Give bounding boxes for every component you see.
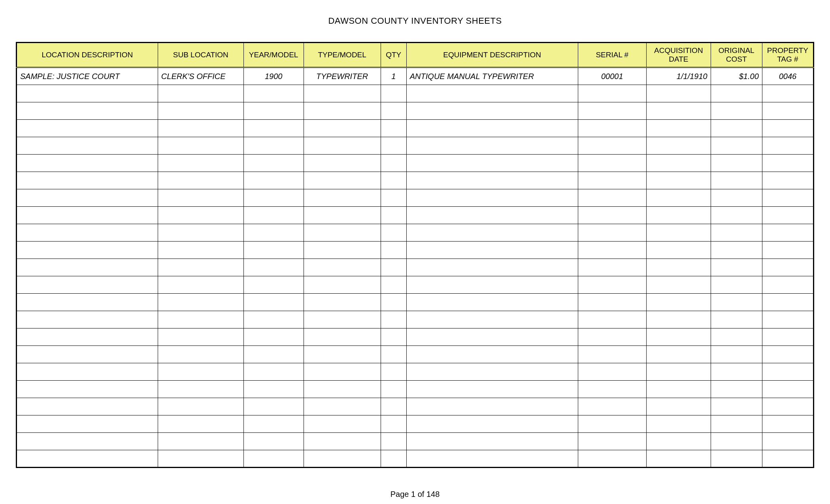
empty-cell <box>17 224 158 242</box>
empty-cell <box>406 311 578 328</box>
empty-cell <box>647 398 711 415</box>
empty-cell <box>406 381 578 398</box>
empty-cell <box>762 102 813 120</box>
empty-cell <box>243 433 304 450</box>
empty-cell <box>158 242 243 259</box>
empty-cell <box>711 363 762 381</box>
cell-equipdesc: ANTIQUE MANUAL TYPEWRITER <box>406 68 578 85</box>
empty-cell <box>304 137 381 155</box>
table-header: LOCATION DESCRIPTION SUB LOCATION YEAR/M… <box>17 43 814 68</box>
empty-cell <box>711 120 762 137</box>
empty-cell <box>158 415 243 433</box>
empty-cell <box>304 85 381 102</box>
empty-cell <box>243 276 304 294</box>
empty-cell <box>406 155 578 172</box>
table-row <box>17 85 814 102</box>
empty-cell <box>381 155 406 172</box>
empty-cell <box>243 346 304 363</box>
empty-cell <box>711 224 762 242</box>
table-row <box>17 363 814 381</box>
empty-cell <box>762 346 813 363</box>
table-row: SAMPLE: JUSTICE COURTCLERK'S OFFICE1900T… <box>17 68 814 85</box>
empty-cell <box>406 328 578 346</box>
empty-cell <box>158 381 243 398</box>
empty-cell <box>762 328 813 346</box>
empty-cell <box>17 172 158 189</box>
empty-cell <box>243 189 304 207</box>
empty-cell <box>304 311 381 328</box>
empty-cell <box>304 259 381 276</box>
empty-cell <box>17 85 158 102</box>
empty-cell <box>647 328 711 346</box>
col-header-proptag: PROPERTY TAG # <box>762 43 813 68</box>
empty-cell <box>17 450 158 468</box>
empty-cell <box>17 242 158 259</box>
empty-cell <box>243 137 304 155</box>
empty-cell <box>381 172 406 189</box>
empty-cell <box>17 294 158 311</box>
empty-cell <box>406 85 578 102</box>
empty-cell <box>381 276 406 294</box>
empty-cell <box>762 224 813 242</box>
empty-cell <box>158 433 243 450</box>
empty-cell <box>381 450 406 468</box>
empty-cell <box>711 433 762 450</box>
empty-cell <box>381 294 406 311</box>
empty-cell <box>158 259 243 276</box>
empty-cell <box>17 346 158 363</box>
empty-cell <box>711 294 762 311</box>
col-header-equipdesc: EQUIPMENT DESCRIPTION <box>406 43 578 68</box>
empty-cell <box>158 207 243 224</box>
empty-cell <box>381 189 406 207</box>
empty-cell <box>762 415 813 433</box>
empty-cell <box>711 207 762 224</box>
empty-cell <box>711 415 762 433</box>
empty-cell <box>243 155 304 172</box>
empty-cell <box>304 398 381 415</box>
empty-cell <box>243 311 304 328</box>
empty-cell <box>762 120 813 137</box>
empty-cell <box>17 311 158 328</box>
empty-cell <box>578 102 647 120</box>
empty-cell <box>578 276 647 294</box>
empty-cell <box>243 294 304 311</box>
empty-cell <box>762 433 813 450</box>
empty-cell <box>381 328 406 346</box>
col-header-acqdate: ACQUISITION DATE <box>647 43 711 68</box>
empty-cell <box>406 189 578 207</box>
empty-cell <box>17 433 158 450</box>
cell-serial: 00001 <box>578 68 647 85</box>
empty-cell <box>158 224 243 242</box>
empty-cell <box>711 102 762 120</box>
empty-cell <box>406 120 578 137</box>
empty-cell <box>711 346 762 363</box>
empty-cell <box>711 259 762 276</box>
empty-cell <box>243 85 304 102</box>
empty-cell <box>158 311 243 328</box>
empty-cell <box>578 120 647 137</box>
empty-cell <box>158 120 243 137</box>
table-row <box>17 381 814 398</box>
empty-cell <box>243 259 304 276</box>
empty-cell <box>406 207 578 224</box>
empty-cell <box>647 381 711 398</box>
empty-cell <box>406 346 578 363</box>
empty-cell <box>647 433 711 450</box>
empty-cell <box>711 450 762 468</box>
empty-cell <box>304 120 381 137</box>
empty-cell <box>158 85 243 102</box>
empty-cell <box>711 311 762 328</box>
empty-cell <box>647 102 711 120</box>
empty-cell <box>406 415 578 433</box>
table-row <box>17 328 814 346</box>
empty-cell <box>243 398 304 415</box>
empty-cell <box>304 207 381 224</box>
empty-cell <box>578 85 647 102</box>
empty-cell <box>304 450 381 468</box>
table-row <box>17 450 814 468</box>
empty-cell <box>647 207 711 224</box>
empty-cell <box>762 381 813 398</box>
empty-cell <box>762 311 813 328</box>
empty-cell <box>578 450 647 468</box>
empty-cell <box>711 398 762 415</box>
